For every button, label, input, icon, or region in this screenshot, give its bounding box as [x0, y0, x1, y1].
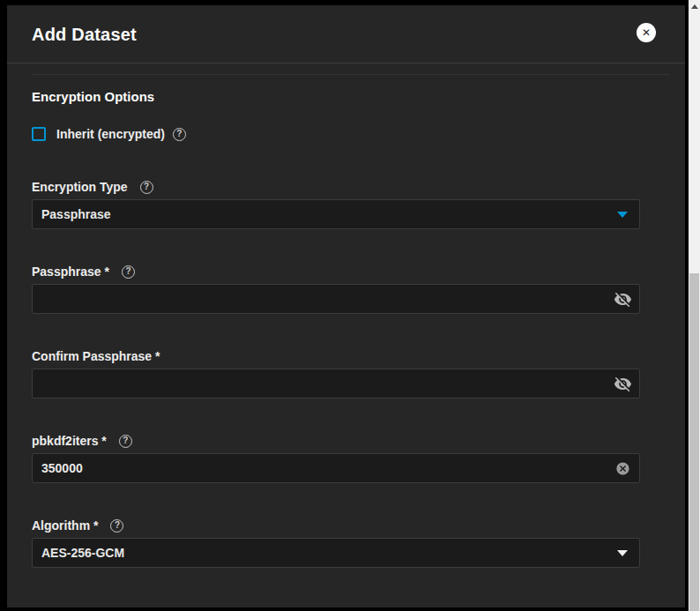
question-mark-glyph: ? — [144, 183, 149, 191]
algorithm-label-row: Algorithm * ? — [32, 518, 640, 533]
passphrase-input[interactable] — [33, 285, 639, 313]
dialog-title: Add Dataset — [32, 25, 660, 45]
inherit-checkbox[interactable] — [32, 127, 46, 141]
passphrase-help-icon[interactable]: ? — [122, 265, 135, 279]
pbkdf2iters-label-row: pbkdf2iters * ? — [32, 434, 640, 448]
inherit-checkbox-label: Inherit (encrypted) — [56, 127, 165, 141]
pbkdf2iters-group: pbkdf2iters * ? — [32, 434, 640, 483]
close-icon: ✕ — [642, 27, 651, 38]
algorithm-help-icon[interactable]: ? — [110, 519, 123, 533]
encryption-type-help-icon[interactable]: ? — [140, 181, 153, 194]
dialog-content: Encryption Options Inherit (encrypted) ?… — [7, 89, 685, 568]
encryption-type-value: Passphrase — [33, 207, 111, 221]
encryption-type-label-row: Encryption Type ? — [32, 180, 640, 194]
confirm-passphrase-label-row: Confirm Passphrase * — [32, 349, 640, 363]
chevron-down-icon — [617, 550, 628, 556]
encryption-options-heading: Encryption Options — [32, 89, 640, 104]
algorithm-group: Algorithm * ? AES-256-GCM — [32, 518, 640, 568]
dialog-header: Add Dataset ✕ — [7, 5, 685, 63]
confirm-passphrase-field — [32, 369, 640, 399]
passphrase-field — [32, 284, 640, 314]
clear-input-icon[interactable] — [613, 458, 632, 478]
confirm-passphrase-group: Confirm Passphrase * — [32, 349, 640, 399]
pbkdf2iters-input[interactable] — [33, 454, 639, 482]
passphrase-label-row: Passphrase * ? — [32, 265, 640, 279]
vertical-scrollbar[interactable] — [689, 0, 700, 611]
add-dataset-dialog: Add Dataset ✕ Encryption Options Inherit… — [7, 5, 685, 607]
algorithm-select[interactable]: AES-256-GCM — [32, 538, 640, 568]
header-sub-divider — [32, 74, 670, 75]
question-mark-glyph: ? — [123, 436, 128, 445]
question-mark-glyph: ? — [125, 267, 130, 276]
algorithm-value: AES-256-GCM — [33, 546, 124, 560]
encryption-type-label: Encryption Type — [32, 180, 128, 194]
question-mark-glyph: ? — [115, 521, 120, 530]
close-button[interactable]: ✕ — [637, 23, 656, 42]
inherit-help-icon[interactable]: ? — [173, 128, 186, 141]
scrollbar-up-arrow-icon[interactable] — [691, 4, 698, 9]
encryption-type-select[interactable]: Passphrase — [32, 199, 640, 229]
visibility-off-icon[interactable] — [613, 374, 632, 393]
pbkdf2iters-help-icon[interactable]: ? — [119, 435, 132, 448]
algorithm-label: Algorithm * — [32, 518, 98, 533]
confirm-passphrase-label: Confirm Passphrase * — [32, 349, 160, 363]
chevron-down-icon — [617, 212, 628, 218]
inherit-encrypted-row: Inherit (encrypted) ? — [32, 127, 640, 141]
passphrase-group: Passphrase * ? — [32, 265, 640, 314]
scrollbar-thumb[interactable] — [689, 273, 699, 611]
question-mark-glyph: ? — [176, 130, 182, 138]
confirm-passphrase-input[interactable] — [33, 369, 639, 398]
pbkdf2iters-field — [32, 453, 640, 483]
visibility-off-icon[interactable] — [613, 289, 632, 309]
encryption-type-group: Encryption Type ? Passphrase — [32, 180, 640, 229]
passphrase-label: Passphrase * — [32, 265, 109, 279]
pbkdf2iters-label: pbkdf2iters * — [32, 434, 107, 448]
